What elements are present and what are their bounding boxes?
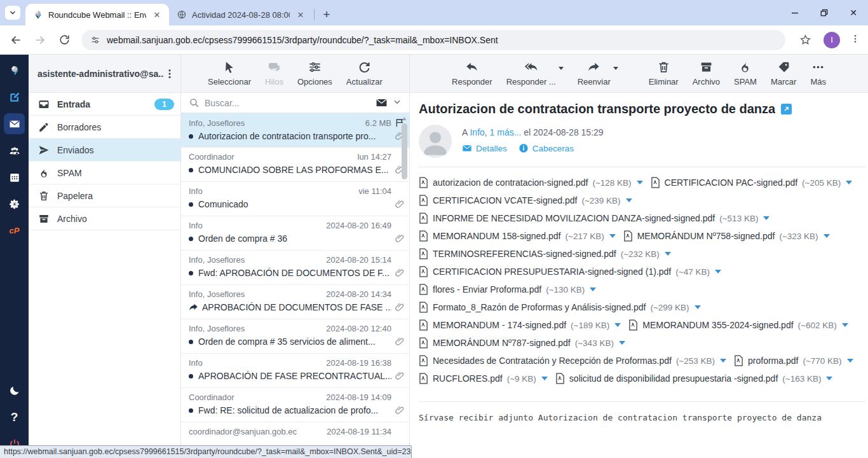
attachment-item[interactable]: flores - Enviar Proforma.pdf(~130 KB) <box>419 281 596 298</box>
folder-options-kebab-icon[interactable] <box>164 68 175 80</box>
attachment-item[interactable]: RUCFLORES.pdf(~9 KB) <box>419 370 548 387</box>
attachment-item[interactable]: MEMORANDUM - 174-signed.pdf(~189 KB) <box>419 316 621 334</box>
attachment-menu-caret-icon[interactable] <box>637 181 643 184</box>
folder-item-papelera[interactable]: Papelera <box>29 184 180 207</box>
headers-toggle[interactable]: Cabeceras <box>519 143 574 153</box>
rail-roundcube-logo-button[interactable] <box>4 60 25 81</box>
open-in-new-window-icon[interactable] <box>781 104 792 114</box>
attachment-item[interactable]: MEMORANDUM 355-2024-signed.pdf(~602 KB) <box>628 316 848 334</box>
search-bar[interactable]: Buscar... <box>181 93 409 113</box>
message-toolbar-responder-button[interactable]: Responder <box>452 60 492 87</box>
attachment-item[interactable]: MEMORÁNDUM Nº787-signed.pdf(~343 KB) <box>419 334 625 352</box>
rail-calendar-button[interactable] <box>4 167 25 188</box>
message-toolbar-eliminar-button[interactable]: Eliminar <box>649 60 679 87</box>
scrollbar-thumb[interactable] <box>402 123 407 179</box>
attachment-menu-caret-icon[interactable] <box>826 377 832 380</box>
message-list-row[interactable]: Info, Joseflores2024-08-20 12:40Orden de… <box>181 319 409 354</box>
list-scrollbar[interactable]: ▲▼ <box>400 114 409 457</box>
more-recipients-link[interactable]: 1 más... <box>490 127 522 137</box>
attachment-menu-caret-icon[interactable] <box>715 270 721 274</box>
attachment-item[interactable]: MEMORÁNDUM Nº758-signed.pdf(~323 KB) <box>623 227 830 245</box>
attachment-item[interactable]: Necesidades de Contratación y Recepción … <box>419 352 726 370</box>
message-list-row[interactable]: Coordinadorlun 14:27COMUNCIADO SOBRE LAS… <box>181 148 409 182</box>
rail-contacts-button[interactable] <box>4 140 25 161</box>
site-settings-icon[interactable] <box>90 35 100 45</box>
attachment-menu-caret-icon[interactable] <box>763 216 770 220</box>
message-list-row[interactable]: Infovie 11:04Comunicado <box>181 182 409 216</box>
message-list-row[interactable]: Coordinador2024-08-19 14:09Fwd: RE: soli… <box>181 388 409 422</box>
list-toolbar-opciones-button[interactable]: Opciones <box>297 60 332 87</box>
message-toolbar-responder-button[interactable]: Responder ... <box>506 60 556 87</box>
attachment-item[interactable]: Formato_8_Razón de Proformas y Análisis-… <box>419 298 701 316</box>
url-bar[interactable]: webmail.sanjuan.gob.ec/cpsess7999661515/… <box>81 30 785 50</box>
attachment-menu-caret-icon[interactable] <box>695 305 701 309</box>
folder-item-borradores[interactable]: Borradores <box>29 116 180 139</box>
dropdown-caret-icon[interactable] <box>559 67 564 70</box>
tab-close-icon[interactable]: ✕ <box>151 9 163 20</box>
attachment-menu-caret-icon[interactable] <box>614 323 621 327</box>
attachment-menu-caret-icon[interactable] <box>720 359 726 363</box>
search-input[interactable]: Buscar... <box>205 98 370 108</box>
details-toggle[interactable]: Detalles <box>462 143 507 153</box>
attachment-item[interactable]: solicitud de disponibilidad presupuestar… <box>555 370 833 387</box>
search-scope-mail-icon[interactable] <box>376 97 388 109</box>
attachment-item[interactable]: INFORME DE NECESIDAD MOVILIZACION DANZA-… <box>419 209 770 227</box>
back-icon[interactable] <box>5 29 27 51</box>
dropdown-caret-icon[interactable] <box>613 67 618 70</box>
new-tab-button[interactable]: + <box>318 6 335 23</box>
attachment-menu-caret-icon[interactable] <box>619 341 625 345</box>
folder-item-enviados[interactable]: Enviados <box>29 139 180 162</box>
message-list-row[interactable]: Info2024-08-19 16:38APROBACIÓN DE FASE P… <box>181 354 409 388</box>
message-toolbar-marcar-button[interactable]: Marcar <box>771 60 796 87</box>
browser-menu-icon[interactable] <box>848 34 863 46</box>
message-toolbar-más-button[interactable]: Más <box>810 60 826 87</box>
message-list-row[interactable]: Info, Joseflores2024-08-20 15:14Fwd: APR… <box>181 251 409 285</box>
rail-help-button[interactable]: ? <box>4 406 25 427</box>
attachment-item[interactable]: MEMORANDUM 158-signed.pdf(~217 KB) <box>419 227 616 245</box>
minimize-button[interactable] <box>780 0 810 25</box>
attachment-item[interactable]: CERTIFICACION PAC-signed.pdf(~205 KB) <box>651 174 853 191</box>
tab-close-icon[interactable]: ✕ <box>295 9 306 20</box>
search-options-chevron-icon[interactable] <box>393 97 402 108</box>
message-toolbar-reenviar-button[interactable]: Reenviar <box>578 60 611 87</box>
attachment-menu-caret-icon[interactable] <box>824 234 830 238</box>
attachment-menu-caret-icon[interactable] <box>541 377 548 380</box>
bookmark-star-icon[interactable] <box>794 29 816 51</box>
attachment-item[interactable]: proforma.pdf(~770 KB) <box>734 352 853 370</box>
list-toolbar-actualizar-button[interactable]: Actualizar <box>346 60 383 87</box>
folder-item-spam[interactable]: SPAM <box>29 162 180 184</box>
rail-settings-button[interactable] <box>4 193 25 214</box>
message-list-row[interactable]: Info, Joseflores6.2 MBAutorizacion de co… <box>181 113 409 148</box>
attachment-item[interactable]: autorizacion de contratacion-signed.pdf(… <box>419 174 643 191</box>
rail-compose-button[interactable] <box>4 87 25 108</box>
attachment-menu-caret-icon[interactable] <box>846 181 852 184</box>
reload-icon[interactable] <box>53 29 75 51</box>
message-toolbar-spam-button[interactable]: SPAM <box>734 60 757 87</box>
rail-cpanel-button[interactable]: cP <box>4 220 25 241</box>
recipient-link[interactable]: Info <box>470 127 484 137</box>
rail-dark-mode-button[interactable] <box>4 380 25 401</box>
attachment-menu-caret-icon[interactable] <box>609 234 616 238</box>
folder-item-archivo[interactable]: Archivo <box>29 207 180 230</box>
tab-list-chevron-button[interactable] <box>5 6 20 20</box>
browser-profile-avatar[interactable]: I <box>824 32 840 48</box>
attachment-menu-caret-icon[interactable] <box>842 323 848 327</box>
forward-icon[interactable] <box>29 29 51 51</box>
tab-roundcube[interactable]: Roundcube Webmail :: Enviados ✕ <box>25 4 169 25</box>
rail-mail-button[interactable] <box>4 113 25 134</box>
attachment-menu-caret-icon[interactable] <box>626 198 632 202</box>
list-toolbar-seleccionar-button[interactable]: Seleccionar <box>208 60 251 87</box>
attachment-menu-caret-icon[interactable] <box>665 252 671 256</box>
attachment-menu-caret-icon[interactable] <box>590 288 596 291</box>
attachment-item[interactable]: CERTIFICACION PRESUPUESTARIA-signed-sign… <box>419 263 721 281</box>
folder-item-entrada[interactable]: Entrada1 <box>29 93 180 116</box>
attachment-item[interactable]: CERTIFICACION VCATE-signed.pdf(~239 KB) <box>419 191 632 209</box>
message-list-row[interactable]: Info, Joseflores2024-08-20 14:34APROBACI… <box>181 285 409 319</box>
scroll-up-icon[interactable]: ▲ <box>402 114 407 122</box>
message-list-row[interactable]: Info2024-08-20 16:49Orden de compra # 36 <box>181 216 409 251</box>
close-window-button[interactable]: ✕ <box>839 0 868 25</box>
message-toolbar-archivo-button[interactable]: Archivo <box>693 60 720 87</box>
attachment-item[interactable]: TERMINOSREFERENCIAS-signed-signed.pdf(~2… <box>419 245 671 263</box>
maximize-button[interactable] <box>810 0 839 25</box>
tab-actividad[interactable]: Actividad 2024-08-28 08:00:00 ✕ <box>169 4 313 25</box>
